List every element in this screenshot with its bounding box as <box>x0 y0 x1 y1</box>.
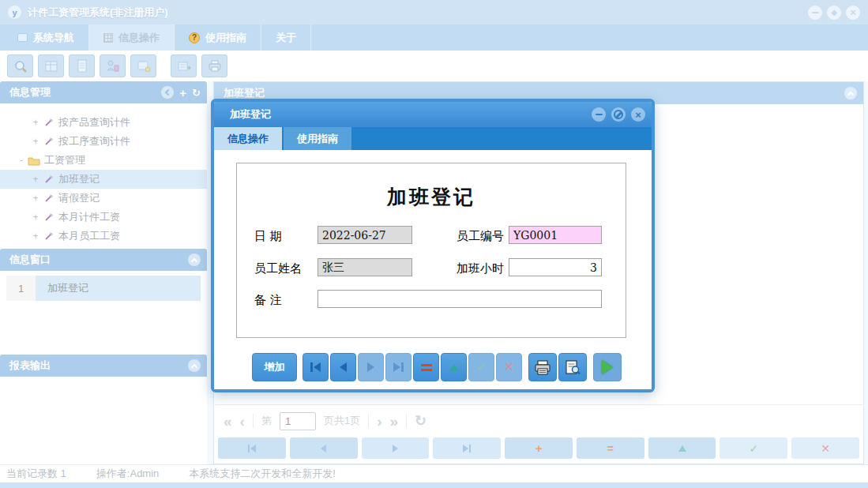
last-record-button[interactable] <box>433 437 501 459</box>
minimize-button[interactable] <box>808 6 822 20</box>
print-preview-icon <box>564 359 581 375</box>
document-icon <box>76 59 88 73</box>
table-icon <box>44 60 58 73</box>
panel-title: 信息管理 <box>9 85 51 99</box>
main-toolbar <box>0 51 868 81</box>
tab-info-operate[interactable]: 信息操作 <box>89 24 175 51</box>
refresh-button[interactable]: ↻ <box>415 414 426 428</box>
users-button[interactable] <box>100 54 126 77</box>
edit-record-button[interactable] <box>441 353 467 381</box>
refresh-tree-button[interactable]: ↻ <box>192 88 201 98</box>
overtime-form: 加班登记 日 期 员工编号 员工姓名 加班小时 备 注 <box>236 163 626 338</box>
delete-icon <box>421 364 432 371</box>
collapse-icon[interactable]: - <box>16 155 27 166</box>
tree-folder-wage-manage[interactable]: - 工资管理 <box>0 151 207 170</box>
tab-user-guide[interactable]: ? 使用指南 <box>175 24 261 51</box>
prev-page-button[interactable]: ‹ <box>240 414 245 429</box>
dialog-tab-info-operate[interactable]: 信息操作 <box>214 127 282 150</box>
add-record-button[interactable]: + <box>505 437 573 459</box>
dialog-content: 加班登记 日 期 员工编号 员工姓名 加班小时 备 注 增加 <box>214 150 652 389</box>
folder-icon <box>27 155 41 166</box>
row-index: 1 <box>6 276 36 301</box>
dialog-tab-user-guide[interactable]: 使用指南 <box>284 127 351 150</box>
run-button[interactable] <box>593 353 622 381</box>
confirm-button[interactable]: ✓ <box>468 353 494 381</box>
row-label: 加班登记 <box>36 276 201 301</box>
chevron-up-icon <box>191 257 197 264</box>
close-icon: × <box>635 110 641 120</box>
cancel-record-button[interactable]: ✕ <box>791 437 859 459</box>
search-button[interactable] <box>7 54 33 77</box>
collapse-up-button[interactable] <box>844 87 857 99</box>
tree-item-month-employee-wage[interactable]: + 本月员工工资 <box>0 227 207 246</box>
dialog-restore-button[interactable] <box>611 107 626 122</box>
prev-record-button[interactable] <box>330 353 356 381</box>
employee-name-label: 员工姓名 <box>254 261 302 276</box>
dialog-close-button[interactable]: × <box>631 107 645 122</box>
collapse-up-button[interactable] <box>188 359 201 372</box>
tree-item-leave-register[interactable]: + 请假登记 <box>0 189 207 208</box>
date-field[interactable] <box>318 226 412 244</box>
next-record-button[interactable] <box>362 437 430 459</box>
cancel-button[interactable]: ✕ <box>496 353 522 381</box>
edit-record-button[interactable] <box>648 437 716 459</box>
printer-icon <box>534 360 551 375</box>
operator-label: 操作者:Admin <box>96 467 159 481</box>
employee-name-field[interactable] <box>318 258 412 276</box>
tab-system-nav[interactable]: 系统导航 <box>3 24 89 51</box>
first-page-button[interactable]: « <box>224 414 232 429</box>
page-number-input[interactable] <box>280 412 316 430</box>
expand-icon[interactable]: + <box>30 193 41 204</box>
window-button[interactable] <box>130 54 156 77</box>
bottom-strip <box>0 482 868 488</box>
tree-item-piece-by-process[interactable]: + 按工序查询计件 <box>0 132 207 151</box>
record-toolbar: + = ✓ ✕ <box>218 437 859 459</box>
delete-record-button[interactable]: = <box>577 437 644 459</box>
close-button[interactable]: × <box>846 6 860 20</box>
employee-id-field[interactable] <box>509 226 602 244</box>
next-record-button[interactable] <box>358 353 384 381</box>
expand-icon[interactable]: + <box>30 136 41 147</box>
first-record-button[interactable] <box>302 353 329 381</box>
expand-icon[interactable]: + <box>30 174 41 185</box>
print-preview-button[interactable] <box>558 353 587 381</box>
prev-record-button[interactable] <box>290 437 358 459</box>
export-icon <box>177 60 191 73</box>
confirm-record-button[interactable]: ✓ <box>720 437 787 459</box>
overtime-hours-field[interactable] <box>509 258 602 276</box>
tool-icon <box>41 231 55 242</box>
dialog-title: 加班登记 <box>230 107 271 122</box>
print-button[interactable] <box>528 353 557 381</box>
delete-record-button[interactable] <box>413 353 439 381</box>
report-button[interactable] <box>69 54 95 77</box>
table-view-button[interactable] <box>38 54 64 77</box>
tree-item-overtime-register[interactable]: + 加班登记 <box>0 170 207 189</box>
tree-item-piece-by-product[interactable]: + 按产品查询计件 <box>0 113 207 132</box>
expand-icon[interactable]: + <box>30 117 41 128</box>
divider <box>215 404 862 405</box>
close-icon: × <box>850 7 856 17</box>
expand-icon[interactable]: + <box>30 231 41 242</box>
first-record-button[interactable] <box>218 437 286 459</box>
note-field[interactable] <box>318 290 602 308</box>
export-button[interactable] <box>171 54 197 77</box>
info-window-row[interactable]: 1 加班登记 <box>6 276 201 301</box>
date-label: 日 期 <box>254 229 282 244</box>
last-record-button[interactable] <box>385 353 411 381</box>
tree-item-month-piece-wage[interactable]: + 本月计件工资 <box>0 208 207 227</box>
last-page-button[interactable]: » <box>389 414 398 429</box>
dialog-minimize-button[interactable] <box>592 107 606 122</box>
panel-title: 信息窗口 <box>9 253 51 267</box>
collapse-up-button[interactable] <box>188 253 201 266</box>
next-page-button[interactable]: › <box>377 414 381 429</box>
report-output-panel-header: 报表输出 <box>0 355 207 377</box>
expand-icon[interactable]: + <box>30 212 41 223</box>
maximize-button[interactable]: ◆ <box>827 6 841 20</box>
tab-about[interactable]: 关于 <box>261 24 311 51</box>
tree-item-label: 本月计件工资 <box>58 210 120 224</box>
collapse-left-button[interactable] <box>161 86 174 99</box>
printer-button[interactable] <box>201 54 227 77</box>
page-prefix-label: 第 <box>261 414 272 428</box>
add-button[interactable]: 增加 <box>252 353 297 381</box>
add-node-button[interactable]: + <box>179 87 186 99</box>
